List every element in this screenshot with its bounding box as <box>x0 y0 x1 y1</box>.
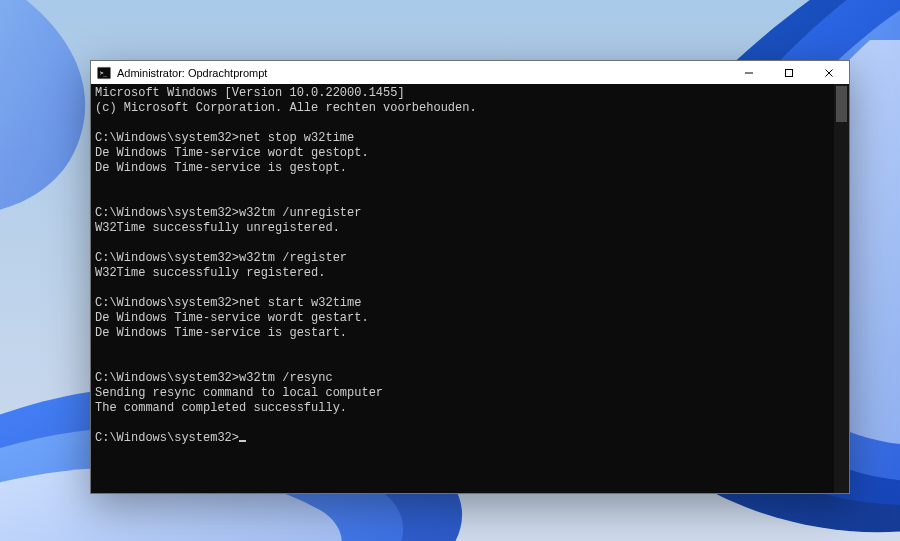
terminal-line: Microsoft Windows [Version 10.0.22000.14… <box>95 86 830 101</box>
terminal-line: W32Time successfully registered. <box>95 266 830 281</box>
terminal-output[interactable]: Microsoft Windows [Version 10.0.22000.14… <box>91 84 834 493</box>
terminal-line: De Windows Time-service wordt gestart. <box>95 311 830 326</box>
terminal-line: C:\Windows\system32>w32tm /resync <box>95 371 830 386</box>
vertical-scrollbar[interactable] <box>834 84 849 493</box>
terminal-line: W32Time successfully unregistered. <box>95 221 830 236</box>
terminal-line <box>95 236 830 251</box>
terminal-line: De Windows Time-service is gestart. <box>95 326 830 341</box>
terminal-line <box>95 176 830 191</box>
terminal-line: C:\Windows\system32> <box>95 431 830 446</box>
terminal-line: The command completed successfully. <box>95 401 830 416</box>
terminal-line: De Windows Time-service is gestopt. <box>95 161 830 176</box>
window-title: Administrator: Opdrachtprompt <box>117 67 729 79</box>
terminal-line: C:\Windows\system32>w32tm /register <box>95 251 830 266</box>
terminal-line <box>95 416 830 431</box>
svg-text:>_: >_ <box>100 68 108 76</box>
titlebar[interactable]: >_ Administrator: Opdrachtprompt <box>91 61 849 84</box>
cmd-icon: >_ <box>97 66 111 80</box>
terminal-line <box>95 116 830 131</box>
terminal-line: C:\Windows\system32>net start w32time <box>95 296 830 311</box>
scrollbar-thumb[interactable] <box>836 86 847 122</box>
terminal-line <box>95 356 830 371</box>
terminal-line <box>95 281 830 296</box>
terminal-line: C:\Windows\system32>w32tm /unregister <box>95 206 830 221</box>
terminal-line: (c) Microsoft Corporation. Alle rechten … <box>95 101 830 116</box>
terminal-cursor <box>239 440 246 442</box>
window-controls <box>729 61 849 84</box>
terminal-line <box>95 341 830 356</box>
terminal-line: Sending resync command to local computer <box>95 386 830 401</box>
command-prompt-window: >_ Administrator: Opdrachtprompt Microso… <box>90 60 850 494</box>
minimize-button[interactable] <box>729 61 769 84</box>
terminal-line: C:\Windows\system32>net stop w32time <box>95 131 830 146</box>
svg-rect-4 <box>786 69 793 76</box>
close-button[interactable] <box>809 61 849 84</box>
maximize-button[interactable] <box>769 61 809 84</box>
terminal-line <box>95 191 830 206</box>
terminal-area: Microsoft Windows [Version 10.0.22000.14… <box>91 84 849 493</box>
terminal-line: De Windows Time-service wordt gestopt. <box>95 146 830 161</box>
